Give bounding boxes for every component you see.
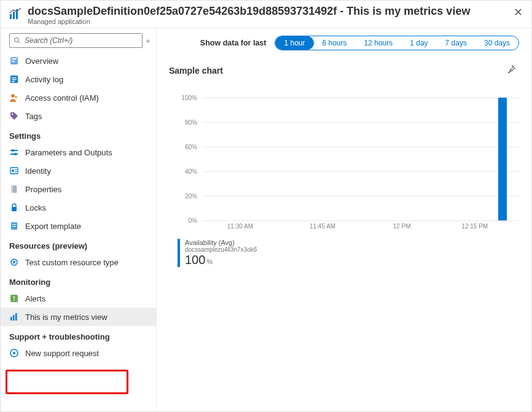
svg-point-12 — [11, 94, 15, 98]
sidebar-item-access-control[interactable]: Access control (IAM) — [1, 88, 156, 107]
svg-rect-25 — [15, 185, 17, 193]
search-icon — [14, 37, 21, 44]
sidebar-item-parameters[interactable]: Parameters and Outputs — [1, 143, 156, 161]
chart-legend: Availability (Avg) docssamplezu4ll3n7x3o… — [178, 239, 519, 267]
sidebar-item-locks[interactable]: Locks — [1, 198, 156, 217]
x-tick: 11:45 AM — [310, 223, 335, 230]
x-tick: 12:15 PM — [461, 223, 488, 230]
sidebar-item-label: New support request — [25, 349, 99, 358]
pill-1day[interactable]: 1 day — [401, 36, 436, 50]
sidebar-item-label: This is my metrics view — [25, 313, 108, 322]
svg-rect-33 — [10, 317, 12, 321]
export-template-icon — [9, 221, 19, 231]
chart-title: Sample chart — [169, 66, 223, 76]
pill-7days[interactable]: 7 days — [437, 36, 475, 50]
svg-point-37 — [13, 352, 15, 354]
svg-rect-6 — [12, 58, 17, 60]
pill-1hour[interactable]: 1 hour — [275, 36, 313, 50]
sidebar-item-label: Alerts — [25, 294, 45, 303]
svg-rect-23 — [12, 185, 13, 193]
svg-rect-10 — [12, 79, 17, 80]
y-tick: 40% — [185, 168, 197, 175]
sidebar-item-test-custom-resource[interactable]: Test custom resource type — [1, 253, 156, 271]
y-tick: 80% — [185, 119, 197, 126]
section-support: Support + troubleshooting — [1, 326, 156, 344]
sidebar-item-properties[interactable]: Properties — [1, 180, 156, 198]
timerange-label: Show data for last — [200, 39, 267, 47]
metrics-icon — [8, 7, 23, 23]
x-tick: 11:30 AM — [227, 223, 253, 230]
legend-unit: % — [206, 258, 213, 265]
legend-resource: docssamplezu4ll3n7x3ok6 — [185, 246, 519, 253]
sidebar-item-label: Parameters and Outputs — [25, 148, 112, 157]
y-tick: 0% — [189, 217, 197, 224]
timerange-selector: Show data for last 1 hour 6 hours 12 hou… — [169, 36, 519, 50]
sidebar-item-tags[interactable]: Tags — [1, 107, 156, 125]
access-control-icon — [9, 93, 19, 103]
svg-point-3 — [15, 38, 19, 42]
svg-rect-11 — [12, 81, 15, 82]
svg-rect-9 — [12, 77, 17, 79]
collapse-sidebar-button[interactable]: « — [146, 37, 150, 44]
svg-line-4 — [18, 42, 20, 44]
svg-rect-22 — [15, 171, 17, 172]
svg-rect-35 — [15, 313, 17, 321]
svg-point-14 — [12, 114, 13, 115]
svg-rect-26 — [12, 207, 17, 211]
pill-12hours[interactable]: 12 hours — [356, 36, 402, 50]
sidebar-item-label: Export template — [25, 222, 81, 231]
page-title: docsSampleDefinition0ef25a0727e54263b19d… — [28, 4, 470, 18]
y-tick: 20% — [185, 193, 197, 200]
sidebar-item-my-metrics-view[interactable]: This is my metrics view — [1, 308, 156, 326]
svg-rect-29 — [12, 226, 16, 227]
sidebar-item-label: Activity log — [25, 75, 63, 84]
svg-rect-34 — [13, 315, 15, 321]
sidebar-item-label: Overview — [25, 56, 58, 66]
svg-point-13 — [15, 96, 17, 98]
custom-resource-icon — [9, 257, 19, 267]
svg-rect-21 — [15, 169, 17, 170]
pill-6hours[interactable]: 6 hours — [314, 36, 356, 50]
sidebar-item-label: Properties — [25, 185, 61, 194]
legend-value: 100 — [185, 253, 205, 266]
close-button[interactable]: ✕ — [511, 4, 525, 20]
overview-icon — [9, 56, 19, 66]
x-axis-labels: 11:30 AM 11:45 AM 12 PM 12:15 PM — [202, 223, 519, 233]
pin-button[interactable] — [503, 61, 519, 79]
pill-30days[interactable]: 30 days — [475, 36, 518, 50]
annotation-highlight — [6, 370, 128, 394]
sidebar: Search (Ctrl+/) « Overview Activity log … — [1, 28, 157, 411]
chart-area: 100% 80% 60% 40% 20% 0% 11:30 — [175, 98, 519, 233]
svg-rect-7 — [12, 61, 15, 62]
main-content: Show data for last 1 hour 6 hours 12 hou… — [157, 28, 531, 411]
sidebar-item-activity-log[interactable]: Activity log — [1, 70, 156, 88]
page-subtitle: Managed application — [28, 18, 470, 25]
sidebar-item-new-support-request[interactable]: New support request — [1, 344, 156, 362]
properties-icon — [9, 184, 19, 194]
search-input[interactable]: Search (Ctrl+/) — [9, 33, 143, 48]
sidebar-item-export-template[interactable]: Export template — [1, 217, 156, 235]
svg-point-20 — [12, 169, 14, 172]
svg-text:!: ! — [13, 295, 15, 302]
pin-icon — [506, 64, 517, 75]
x-tick: 12 PM — [393, 223, 411, 230]
y-axis-labels: 100% 80% 60% 40% 20% 0% — [175, 98, 200, 220]
y-tick: 60% — [185, 144, 197, 150]
sidebar-item-alerts[interactable]: ! Alerts — [1, 289, 156, 308]
sidebar-item-overview[interactable]: Overview — [1, 52, 156, 70]
svg-rect-1 — [13, 12, 15, 19]
svg-rect-28 — [12, 224, 16, 225]
chart-bar — [498, 98, 507, 220]
svg-point-16 — [12, 149, 14, 152]
chart-grid — [202, 98, 519, 220]
activity-log-icon — [9, 74, 19, 84]
sidebar-item-label: Tags — [25, 112, 42, 121]
sidebar-item-label: Identity — [25, 166, 51, 176]
sidebar-item-identity[interactable]: Identity — [1, 161, 156, 180]
legend-metric: Availability (Avg) — [185, 239, 519, 246]
alerts-icon: ! — [9, 293, 19, 303]
parameters-icon — [9, 147, 19, 157]
lock-icon — [9, 203, 19, 212]
timerange-pills: 1 hour 6 hours 12 hours 1 day 7 days 30 … — [275, 36, 519, 50]
sidebar-item-label: Access control (IAM) — [25, 93, 99, 103]
